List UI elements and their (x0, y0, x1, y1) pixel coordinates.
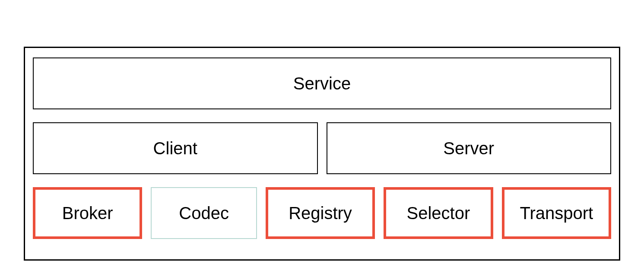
broker-box: Broker (33, 187, 142, 239)
diagram-container: Service Client Server Broker Codec Regis… (24, 47, 620, 261)
row-top: Service (33, 57, 611, 109)
transport-box: Transport (502, 187, 611, 239)
registry-label: Registry (289, 204, 352, 223)
codec-box: Codec (151, 187, 257, 239)
row-bottom: Broker Codec Registry Selector Transport (33, 187, 611, 239)
selector-box: Selector (384, 187, 493, 239)
client-box: Client (33, 122, 318, 174)
service-label: Service (293, 74, 351, 93)
client-label: Client (153, 139, 197, 158)
registry-box: Registry (266, 187, 375, 239)
server-label: Server (443, 139, 494, 158)
row-middle: Client Server (33, 122, 611, 174)
transport-label: Transport (520, 204, 593, 223)
selector-label: Selector (407, 204, 470, 223)
broker-label: Broker (62, 204, 113, 223)
service-box: Service (33, 57, 611, 109)
server-box: Server (327, 122, 612, 174)
codec-label: Codec (179, 204, 229, 223)
